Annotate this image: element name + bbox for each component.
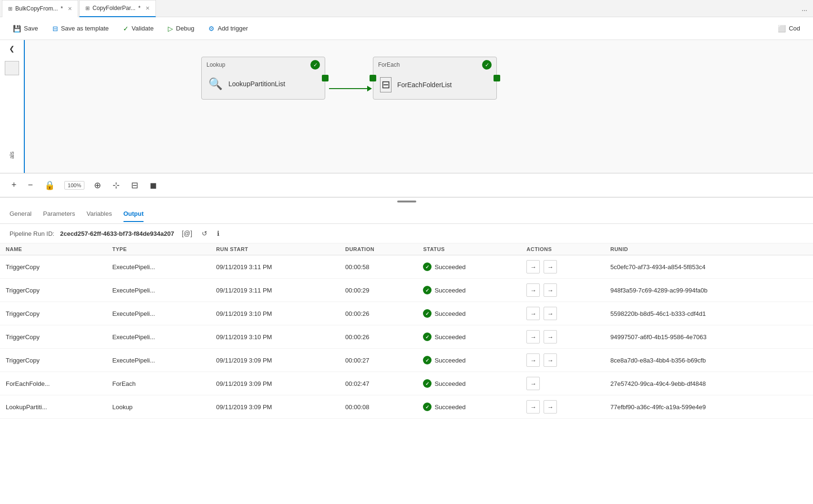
table-header: NAME TYPE RUN START DURATION STATUS ACTI… bbox=[0, 243, 813, 255]
action-rerun-btn[interactable]: → bbox=[544, 260, 557, 273]
code-button[interactable]: ⬜ Cod bbox=[772, 22, 805, 35]
foreach-success-icon: ✓ bbox=[482, 60, 492, 70]
action-navigate-btn[interactable]: → bbox=[526, 377, 540, 390]
foreach-type-icon: ⊟ bbox=[380, 77, 391, 92]
cell-runid: 94997507-a6f0-4b15-9586-4e7063 bbox=[605, 325, 813, 349]
cell-actions: → → bbox=[521, 395, 605, 419]
cell-type: ForEach bbox=[106, 372, 210, 395]
col-run-start: RUN START bbox=[210, 243, 340, 255]
foreach-node[interactable]: ForEach ✓ ⊟ ForEachFolderList bbox=[373, 57, 497, 100]
pipeline-run-info: Pipeline Run ID: 2cecd257-62ff-4633-bf73… bbox=[0, 224, 813, 243]
tab-icon-copyfolder: ⊞ bbox=[85, 5, 90, 11]
cell-name: TriggerCopy bbox=[0, 279, 106, 302]
remove-activity-button[interactable]: − bbox=[26, 178, 35, 192]
cell-name: ForEachFolde... bbox=[0, 372, 106, 395]
cell-type: ExecutePipeli... bbox=[106, 302, 210, 325]
add-trigger-label: Add trigger bbox=[217, 25, 248, 32]
zoom-fit-button[interactable]: ⊕ bbox=[92, 178, 103, 192]
cell-duration: 00:00:58 bbox=[340, 255, 417, 279]
cell-duration: 00:00:08 bbox=[340, 395, 417, 419]
add-activity-button[interactable]: + bbox=[10, 178, 19, 192]
action-rerun-btn[interactable]: → bbox=[544, 283, 557, 297]
collapse-arrow[interactable]: ❮ bbox=[5, 40, 19, 57]
table-row: ForEachFolde... ForEach 09/11/2019 3:09 … bbox=[0, 372, 813, 395]
cell-run-start: 09/11/2019 3:10 PM bbox=[210, 325, 340, 349]
select-button[interactable]: ⊹ bbox=[111, 178, 122, 192]
action-rerun-btn[interactable]: → bbox=[544, 330, 557, 343]
cell-duration: 00:00:26 bbox=[340, 302, 417, 325]
tab-variables[interactable]: Variables bbox=[86, 206, 112, 222]
pipeline-arrow bbox=[329, 86, 372, 91]
cell-actions: → → bbox=[521, 279, 605, 302]
action-rerun-btn[interactable]: → bbox=[544, 353, 557, 367]
activity-runs-table: NAME TYPE RUN START DURATION STATUS ACTI… bbox=[0, 243, 813, 419]
tab-more[interactable]: ... bbox=[802, 5, 813, 12]
foreach-node-body: ⊟ ForEachFolderList bbox=[373, 72, 496, 97]
table-row: TriggerCopy ExecutePipeli... 09/11/2019 … bbox=[0, 279, 813, 302]
tab-copyfolder[interactable]: ⊞ CopyFolderPar... * ✕ bbox=[79, 0, 156, 17]
status-succeeded: ✓ Succeeded bbox=[423, 403, 465, 411]
lookup-node[interactable]: Lookup ✓ 🔍 LookupPartitionList bbox=[201, 57, 325, 100]
cell-name: TriggerCopy bbox=[0, 255, 106, 279]
cell-runid: 5c0efc70-af73-4934-a854-5f853c4 bbox=[605, 255, 813, 279]
foreach-connector-left bbox=[370, 75, 376, 81]
save-button[interactable]: 💾 Save bbox=[8, 22, 43, 35]
cell-runid: 948f3a59-7c69-4289-ac99-994fa0b bbox=[605, 279, 813, 302]
action-rerun-btn[interactable]: → bbox=[544, 307, 557, 320]
cell-type: ExecutePipeli... bbox=[106, 325, 210, 349]
cell-runid: 8ce8a7d0-e8a3-4bb4-b356-b69cfb bbox=[605, 349, 813, 372]
validate-button[interactable]: ✓ Validate bbox=[118, 22, 159, 35]
zoom-level: 100% bbox=[64, 181, 84, 190]
activity-runs-table-container: NAME TYPE RUN START DURATION STATUS ACTI… bbox=[0, 243, 813, 419]
info-button[interactable]: ℹ bbox=[215, 229, 221, 238]
tab-close-copyfolder[interactable]: ✕ bbox=[145, 5, 150, 11]
cell-name: LookupPartiti... bbox=[0, 395, 106, 419]
foreach-node-header: ForEach ✓ bbox=[373, 57, 496, 72]
status-label: Succeeded bbox=[434, 403, 465, 411]
tab-icon-bulkcopy: ⊞ bbox=[8, 6, 12, 12]
tab-close-bulkcopy[interactable]: ✕ bbox=[68, 6, 72, 12]
status-label: Succeeded bbox=[434, 263, 465, 271]
lock-button[interactable]: 🔒 bbox=[42, 178, 57, 192]
tab-bulkcopy[interactable]: ⊞ BulkCopyFrom... * ✕ bbox=[2, 0, 78, 17]
cell-actions: → → bbox=[521, 302, 605, 325]
status-label: Succeeded bbox=[434, 380, 465, 387]
status-icon: ✓ bbox=[423, 379, 432, 388]
status-succeeded: ✓ Succeeded bbox=[423, 309, 465, 318]
cell-type: ExecutePipeli... bbox=[106, 349, 210, 372]
foreach-connector-right bbox=[494, 75, 500, 81]
save-template-button[interactable]: ⊟ Save as template bbox=[47, 22, 114, 35]
action-navigate-btn[interactable]: → bbox=[526, 283, 540, 297]
run-id-label: Pipeline Run ID: bbox=[10, 230, 54, 237]
tab-output[interactable]: Output bbox=[123, 206, 144, 222]
status-icon: ✓ bbox=[423, 309, 432, 318]
status-label: Succeeded bbox=[434, 333, 465, 341]
action-rerun-btn[interactable]: → bbox=[544, 400, 557, 413]
cell-run-start: 09/11/2019 3:11 PM bbox=[210, 279, 340, 302]
table-row: TriggerCopy ExecutePipeli... 09/11/2019 … bbox=[0, 255, 813, 279]
cell-status: ✓ Succeeded bbox=[417, 302, 521, 325]
add-trigger-button[interactable]: ⚙ Add trigger bbox=[203, 22, 253, 35]
minimap-button[interactable]: ◼ bbox=[148, 178, 159, 192]
tab-general[interactable]: General bbox=[10, 206, 31, 222]
debug-button[interactable]: ▷ Debug bbox=[163, 22, 199, 35]
action-navigate-btn[interactable]: → bbox=[526, 353, 540, 367]
action-navigate-btn[interactable]: → bbox=[526, 307, 540, 320]
collapse-handle[interactable] bbox=[0, 197, 813, 205]
code-label: Cod bbox=[789, 25, 800, 32]
als-label: als bbox=[9, 151, 15, 159]
cell-status: ✓ Succeeded bbox=[417, 279, 521, 302]
layout-button[interactable]: ⊟ bbox=[129, 178, 140, 192]
canvas-toolbar: + − 🔒 100% ⊕ ⊹ ⊟ ◼ bbox=[0, 173, 813, 197]
refresh-button[interactable]: ↺ bbox=[200, 229, 209, 238]
action-navigate-btn[interactable]: → bbox=[526, 330, 540, 343]
tab-parameters[interactable]: Parameters bbox=[43, 206, 75, 222]
copy-run-id-button[interactable]: [@] bbox=[180, 229, 194, 238]
table-row: LookupPartiti... Lookup 09/11/2019 3:09 … bbox=[0, 395, 813, 419]
lookup-connector-right bbox=[322, 75, 329, 81]
status-icon: ✓ bbox=[423, 286, 432, 294]
action-navigate-btn[interactable]: → bbox=[526, 400, 540, 413]
cell-status: ✓ Succeeded bbox=[417, 349, 521, 372]
action-navigate-btn[interactable]: → bbox=[526, 260, 540, 273]
cell-type: Lookup bbox=[106, 395, 210, 419]
